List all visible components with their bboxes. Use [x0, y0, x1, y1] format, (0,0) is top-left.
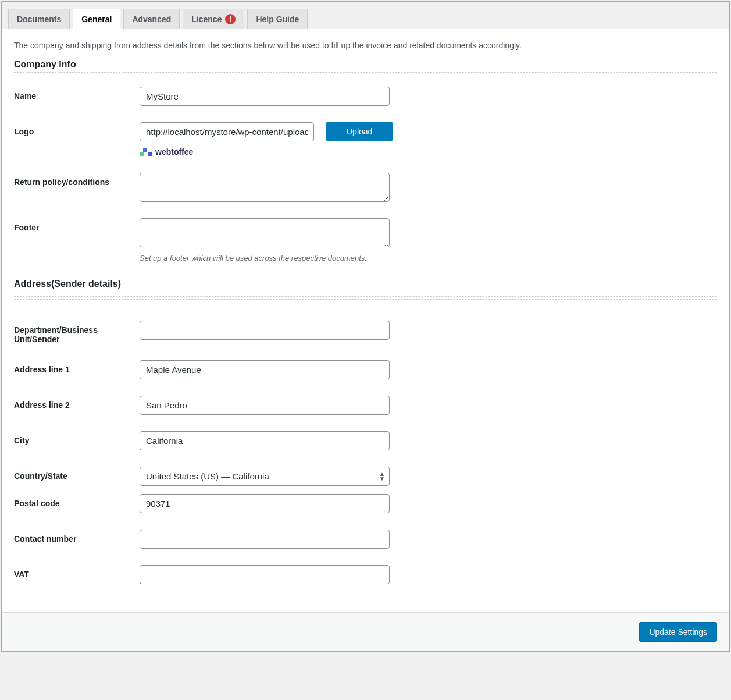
divider	[14, 299, 717, 300]
alert-icon: !	[225, 14, 236, 24]
label-footer: Footer	[14, 218, 140, 232]
return-policy-textarea[interactable]	[140, 173, 390, 202]
label-name: Name	[14, 87, 140, 101]
tab-advanced[interactable]: Advanced	[123, 9, 180, 29]
divider	[14, 72, 717, 73]
footer-bar: Update Settings	[2, 612, 729, 651]
logo-preview-text: webtoffee	[155, 147, 193, 157]
contact-input[interactable]	[140, 530, 390, 549]
section-address-heading: Address(Sender details)	[14, 279, 717, 289]
label-return-policy: Return policy/conditions	[14, 173, 140, 187]
intro-text: The company and shipping from address de…	[14, 41, 717, 50]
divider	[14, 292, 717, 297]
logo-mark-icon	[140, 148, 152, 156]
tabs-wrapper: Documents General Advanced Licence ! Hel…	[2, 2, 729, 29]
upload-button[interactable]: Upload	[326, 122, 393, 141]
label-logo: Logo	[14, 122, 140, 136]
label-city: City	[14, 431, 140, 445]
section-company-heading: Company Info	[14, 59, 717, 70]
tab-licence-label: Licence	[191, 15, 222, 24]
label-contact: Contact number	[14, 530, 140, 543]
label-department: Department/Business Unit/Sender	[14, 321, 140, 344]
label-vat: VAT	[14, 565, 140, 579]
label-address1: Address line 1	[14, 360, 140, 374]
tab-licence[interactable]: Licence !	[183, 9, 244, 29]
label-address2: Address line 2	[14, 396, 140, 410]
footer-textarea[interactable]	[140, 218, 390, 247]
department-input[interactable]	[140, 321, 390, 340]
address1-input[interactable]	[140, 360, 390, 379]
logo-preview: webtoffee	[140, 147, 393, 157]
postal-input[interactable]	[140, 494, 390, 513]
country-state-select[interactable]: United States (US) — California	[140, 467, 390, 486]
label-country-state: Country/State	[14, 467, 140, 481]
name-input[interactable]	[140, 87, 390, 106]
tab-help[interactable]: Help Guide	[247, 9, 308, 29]
tab-documents[interactable]: Documents	[8, 9, 70, 29]
logo-url-input[interactable]	[140, 122, 314, 141]
update-settings-button[interactable]: Update Settings	[639, 622, 717, 642]
tab-general[interactable]: General	[73, 9, 120, 29]
address2-input[interactable]	[140, 396, 390, 415]
vat-input[interactable]	[140, 565, 390, 584]
footer-help-text: Set up a footer which will be used acros…	[140, 254, 390, 262]
city-input[interactable]	[140, 431, 390, 450]
label-postal: Postal code	[14, 494, 140, 508]
